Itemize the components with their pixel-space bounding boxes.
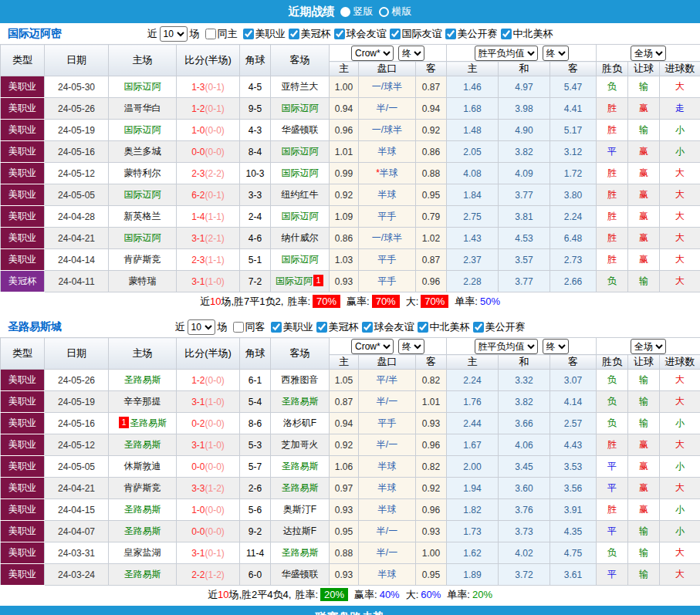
col-avg-home: 主 [447, 62, 499, 76]
avg-select-cell: 胜平负均值终 [447, 338, 597, 355]
team-name-text: 圣路易斯 [282, 547, 319, 558]
odds-final-select[interactable]: 终 [398, 339, 424, 354]
corner-cell: 2-4 [240, 206, 271, 228]
recent-count-select[interactable]: 10 [188, 319, 215, 335]
fulltime-score: 3-1 [191, 548, 205, 559]
result-winloss-cell: 胜 [597, 434, 628, 456]
league-checkbox-input[interactable] [316, 322, 327, 333]
scope-select-cell: 全场 [597, 45, 700, 62]
league-checkbox-input[interactable] [271, 322, 282, 333]
league-checkbox-label: 美公开赛 [485, 320, 526, 334]
league-checkbox[interactable]: 中北美杯 [414, 320, 470, 334]
handicap-cell: 半球 [359, 141, 416, 163]
same-venue-checkbox-input[interactable] [205, 29, 216, 39]
team-name-text: 国际迈阿 [124, 189, 161, 200]
team-name-text: 圣路易斯 [124, 504, 161, 515]
radio-checked-icon[interactable] [340, 7, 350, 17]
away-team-cell: 华盛顿联 [271, 120, 330, 141]
halftime-score: (0-0) [205, 125, 225, 136]
result-handicap-cell: 输 [628, 542, 660, 564]
league-checkbox-input[interactable] [289, 29, 299, 39]
same-venue-checkbox-input[interactable] [233, 322, 244, 333]
avg-away-cell: 1.72 [550, 163, 597, 184]
handicap-cell: 平手 [359, 206, 416, 228]
home-odds-cell: 1.00 [330, 76, 359, 98]
away-team-cell: 圣路易斯 [271, 542, 330, 564]
home-team-cell: 圣路易斯 [109, 564, 177, 586]
avg-final-select[interactable]: 终 [543, 46, 569, 61]
team-name-text: 圣路易斯 [130, 417, 167, 428]
league-checkbox[interactable]: 美公开赛 [470, 320, 526, 334]
result-goals-cell: 大 [660, 184, 700, 206]
result-winloss-cell: 平 [597, 521, 628, 542]
league-checkbox[interactable]: 中北美杯 [498, 27, 553, 41]
league-checkbox[interactable]: 美职业 [240, 27, 286, 41]
col-score: 比分(半场) [177, 45, 240, 76]
col-avg-draw: 和 [499, 355, 550, 370]
corner-cell: 5-6 [240, 499, 271, 521]
fulltime-score: 0-0 [191, 147, 205, 157]
league-checkbox[interactable]: 美冠杯 [286, 27, 331, 41]
match-date: 24-04-15 [45, 499, 109, 521]
halftime-score: (1-0) [205, 440, 225, 451]
match-type-cell: 美职业 [1, 163, 45, 184]
avg-away-cell: 4.35 [550, 521, 597, 542]
home-team-cell: 国际迈阿 [109, 120, 177, 141]
avg-home-cell: 1.67 [447, 434, 499, 456]
result-winloss-cell: 胜 [597, 184, 628, 206]
same-venue-checkbox[interactable]: 同客 [230, 320, 265, 334]
league-checkbox-input[interactable] [473, 322, 484, 333]
match-row: 美职业24-04-21国际迈阿3-1(2-1)4-6纳什威尔0.86一/球半1.… [1, 228, 700, 249]
summary-item-label: 大: [406, 295, 419, 309]
avg-select[interactable]: 胜平负均值 [475, 339, 538, 354]
handicap-cell: 半球 [359, 478, 416, 499]
league-checkbox-input[interactable] [445, 29, 456, 39]
result-winloss-cell: 胜 [597, 228, 628, 249]
avg-final-select[interactable]: 终 [543, 339, 569, 354]
match-type-cell: 美职业 [1, 370, 45, 391]
top-title-bar: 近期战绩 竖版 横版 [0, 0, 700, 23]
avg-draw-cell: 4.90 [499, 120, 550, 141]
odds-final-select[interactable]: 终 [398, 46, 424, 61]
odds-company-select[interactable]: Crow* [351, 46, 394, 61]
recent-count-select[interactable]: 10 [160, 26, 188, 42]
handicap-cell: 一/球半 [359, 228, 416, 249]
scope-select[interactable]: 全场 [631, 339, 666, 354]
league-checkbox[interactable]: 美职业 [268, 320, 313, 334]
away-odds-cell: 0.82 [416, 456, 447, 478]
league-checkbox-input[interactable] [243, 29, 254, 39]
match-type-cell: 美职业 [1, 249, 45, 271]
league-checkbox-input[interactable] [362, 322, 373, 333]
summary-item-value: 70% [313, 295, 340, 308]
league-checkbox-input[interactable] [418, 322, 428, 333]
result-winloss-cell: 负 [597, 76, 628, 98]
league-checkbox[interactable]: 球会友谊 [359, 320, 414, 334]
league-checkbox[interactable]: 球会友谊 [331, 27, 387, 41]
league-checkbox-input[interactable] [501, 29, 512, 39]
team-name-text: 圣路易斯 [124, 569, 161, 580]
league-checkbox-input[interactable] [334, 29, 345, 39]
same-venue-checkbox[interactable]: 同主 [202, 27, 238, 41]
league-checkbox-input[interactable] [390, 29, 401, 39]
avg-away-cell: 6.48 [550, 228, 597, 249]
fulltime-score: 0-2 [191, 418, 205, 429]
filters-row: 近 10 场 同主 美职业美冠杯球会友谊国际友谊美公开赛中北美杯 [147, 26, 553, 42]
match-date: 24-05-16 [45, 141, 109, 163]
avg-select[interactable]: 胜平负均值 [475, 46, 538, 61]
team-name-text: 芝加哥火 [282, 439, 319, 450]
result-handicap-cell: 赢 [628, 499, 660, 521]
layout-portrait-option[interactable]: 竖版 [340, 5, 374, 19]
match-type-cell: 美职业 [1, 413, 45, 434]
layout-landscape-option[interactable]: 横版 [379, 5, 412, 19]
odds-company-select[interactable]: Crow* [351, 339, 394, 354]
scope-select[interactable]: 全场 [631, 46, 666, 61]
team-name-text: 圣路易斯 [124, 439, 161, 450]
league-checkbox[interactable]: 美公开赛 [442, 27, 498, 41]
match-row: 美职业24-05-05国际迈阿6-2(0-1)3-3纽约红牛0.92半球0.95… [1, 184, 700, 206]
league-checkbox[interactable]: 美冠杯 [313, 320, 359, 334]
radio-unchecked-icon[interactable] [379, 7, 389, 17]
recent-matches-table-team2: 类型 日期 主场 比分(半场) 角球 客场 Crow*终 胜平负均值终 全场 主… [0, 337, 700, 586]
handicap-cell: 平/半 [359, 370, 416, 391]
avg-draw-cell: 3.73 [499, 521, 550, 542]
league-checkbox[interactable]: 国际友谊 [387, 27, 442, 41]
